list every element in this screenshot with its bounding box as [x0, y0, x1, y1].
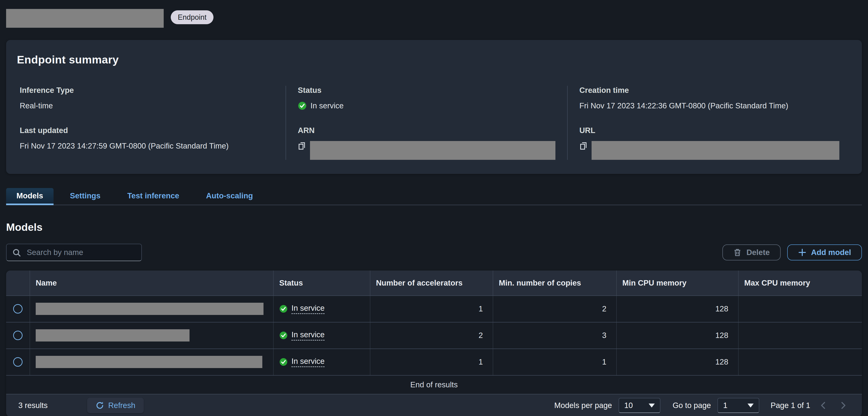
per-page-label: Models per page	[554, 401, 612, 410]
row-selection-cell	[6, 323, 30, 349]
field-url: URL	[579, 126, 839, 160]
page-indicator: Page 1 of 1	[771, 401, 810, 410]
row-radio-button[interactable]	[13, 331, 23, 340]
delete-button-label: Delete	[746, 248, 770, 257]
field-inference-type: Inference Type Real-time	[20, 86, 274, 111]
header-name: Name	[30, 270, 273, 295]
header-accelerators: Number of accelerators	[370, 270, 493, 295]
creation-time-label: Creation time	[579, 86, 839, 95]
status-success-icon	[279, 358, 288, 366]
creation-time-value: Fri Nov 17 2023 14:22:36 GMT-0800 (Pacif…	[579, 101, 839, 111]
trash-icon	[733, 248, 742, 257]
inference-type-value: Real-time	[20, 101, 274, 111]
caret-down-icon	[649, 404, 655, 408]
status-link-label: In service	[291, 304, 324, 314]
results-count: 3 results	[18, 401, 48, 410]
model-name-redacted	[36, 303, 264, 315]
table-footer: 3 results Refresh Models per page 10 Go …	[6, 394, 862, 416]
search-icon	[12, 248, 21, 257]
tab-auto-scaling[interactable]: Auto-scaling	[196, 188, 263, 205]
row-radio-button[interactable]	[13, 357, 23, 367]
row-max-cpu-cell	[738, 323, 862, 349]
delete-button[interactable]: Delete	[722, 244, 780, 260]
row-accelerators-cell: 2	[370, 323, 493, 349]
header-selection	[6, 270, 30, 295]
status-success-icon	[279, 305, 288, 313]
table-row: In service 2 3 128	[6, 322, 862, 349]
last-updated-value: Fri Nov 17 2023 14:27:59 GMT-0800 (Pacif…	[20, 141, 274, 151]
url-copy-button[interactable]	[579, 142, 587, 151]
row-status-cell: In service	[273, 323, 370, 349]
end-of-results: End of results	[6, 375, 862, 394]
per-page-select[interactable]: 10	[619, 398, 660, 413]
status-text: In service	[310, 101, 344, 111]
previous-page-button[interactable]	[817, 401, 830, 410]
model-name-redacted	[36, 329, 189, 341]
plus-icon	[798, 248, 806, 257]
model-name-redacted	[36, 356, 262, 368]
row-min-copies-cell: 3	[493, 323, 616, 349]
row-accelerators-cell: 1	[370, 349, 493, 375]
copy-icon	[298, 142, 306, 150]
status-link-label: In service	[291, 330, 324, 340]
next-page-button[interactable]	[837, 401, 850, 410]
field-creation-time: Creation time Fri Nov 17 2023 14:22:36 G…	[579, 86, 839, 111]
url-value-redacted	[592, 141, 839, 160]
last-updated-label: Last updated	[20, 126, 274, 135]
summary-column-2: Status In service ARN	[286, 86, 567, 160]
goto-page-select[interactable]: 1	[717, 398, 759, 413]
row-min-cpu-cell: 128	[616, 349, 738, 375]
row-name-cell	[30, 323, 273, 349]
search-box	[6, 244, 142, 261]
row-max-cpu-cell	[738, 296, 862, 322]
row-radio-button[interactable]	[13, 304, 23, 314]
arn-value-row	[298, 141, 555, 160]
caret-down-icon	[747, 404, 754, 408]
status-link[interactable]: In service	[279, 330, 324, 340]
summary-column-1: Inference Type Real-time Last updated Fr…	[17, 86, 286, 160]
status-link[interactable]: In service	[279, 304, 324, 314]
status-link[interactable]: In service	[279, 357, 324, 367]
models-heading: Models	[6, 221, 862, 233]
row-min-cpu-cell: 128	[616, 296, 738, 322]
table-row: In service 1 2 128	[6, 295, 862, 322]
row-selection-cell	[6, 296, 30, 322]
tab-models[interactable]: Models	[6, 188, 54, 205]
page-header: Endpoint	[0, 0, 868, 28]
refresh-button-label: Refresh	[108, 401, 135, 410]
endpoint-summary-panel: Endpoint summary Inference Type Real-tim…	[6, 40, 862, 174]
endpoint-type-badge: Endpoint	[171, 10, 214, 24]
per-page-value: 10	[624, 401, 633, 410]
field-status: Status In service	[298, 86, 555, 111]
status-success-icon	[298, 101, 307, 110]
tab-bar: Models Settings Test inference Auto-scal…	[6, 188, 862, 205]
status-success-icon	[279, 331, 288, 339]
endpoint-details-page: Endpoint Endpoint summary Inference Type…	[0, 0, 868, 416]
summary-title: Endpoint summary	[17, 53, 851, 66]
endpoint-name-redacted	[6, 9, 164, 28]
goto-page-value: 1	[723, 401, 727, 410]
row-accelerators-cell: 1	[370, 296, 493, 322]
tab-settings[interactable]: Settings	[60, 188, 111, 205]
tab-test-inference[interactable]: Test inference	[117, 188, 189, 205]
add-model-button[interactable]: Add model	[787, 244, 862, 260]
row-max-cpu-cell	[738, 349, 862, 375]
row-min-cpu-cell: 128	[616, 323, 738, 349]
row-status-cell: In service	[273, 349, 370, 375]
row-selection-cell	[6, 349, 30, 375]
models-table: Name Status Number of accelerators Min. …	[6, 270, 862, 416]
arn-copy-button[interactable]	[298, 142, 306, 151]
chevron-left-icon	[819, 401, 828, 410]
summary-grid: Inference Type Real-time Last updated Fr…	[17, 86, 851, 160]
header-status: Status	[273, 270, 370, 295]
status-value: In service	[298, 101, 555, 111]
refresh-button[interactable]: Refresh	[87, 398, 144, 413]
summary-column-3: Creation time Fri Nov 17 2023 14:22:36 G…	[567, 86, 851, 160]
add-model-button-label: Add model	[811, 248, 851, 257]
row-name-cell	[30, 296, 273, 322]
table-header-row: Name Status Number of accelerators Min. …	[6, 270, 862, 295]
url-value-row	[579, 141, 839, 160]
arn-label: ARN	[298, 126, 555, 135]
url-label: URL	[579, 126, 839, 135]
search-input[interactable]	[6, 244, 142, 261]
